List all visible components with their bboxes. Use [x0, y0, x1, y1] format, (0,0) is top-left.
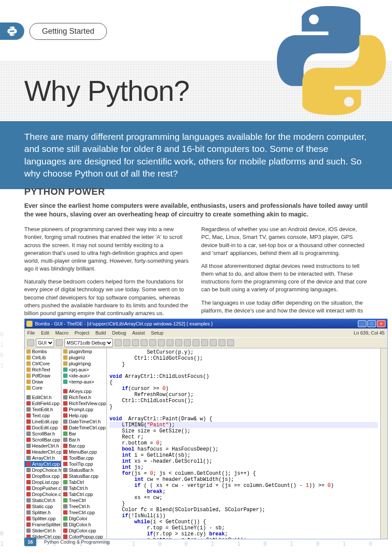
file-item[interactable]: TabCtrl.cpp: [61, 491, 106, 497]
file-item[interactable]: ArrayCtrl.h: [25, 455, 61, 461]
file-item[interactable]: FrameSplitter.cpp: [25, 522, 61, 528]
file-item[interactable]: DlgColor: [61, 515, 106, 522]
file-item[interactable]: Prompt.cpp: [61, 406, 106, 412]
file-item[interactable]: TreeCtrl.h: [61, 503, 106, 509]
file-item[interactable]: Splitter.cpp: [25, 515, 61, 522]
file-item[interactable]: LineEdit.cpp: [25, 419, 61, 425]
file-item[interactable]: EditField.cpp: [25, 400, 61, 406]
file-item[interactable]: Text.cpp: [25, 412, 61, 419]
toolbar-icon[interactable]: [149, 339, 156, 346]
file-item[interactable]: Splitter.h: [25, 509, 61, 515]
file-item[interactable]: TextEdit.h: [25, 406, 61, 412]
file-item[interactable]: AKeys.cpp: [61, 388, 106, 394]
file-item[interactable]: HeaderCtrl.cpp: [25, 449, 61, 455]
menu-debug[interactable]: Debug: [112, 330, 126, 335]
close-button[interactable]: ×: [377, 320, 386, 327]
menu-setup[interactable]: Setup: [151, 330, 164, 335]
toolbar-icon[interactable]: [201, 339, 208, 346]
build-dropdown[interactable]: MSC71cdb Debug: [64, 338, 113, 347]
python-logo-large: [271, 0, 392, 121]
package-panel[interactable]: BombsCtrlLibCtrlCoreRichTextPdfDrawDrawC…: [25, 348, 61, 539]
ide-menubar: FileEditMacroProjectBuildDebugAssistSetu…: [25, 329, 387, 337]
file-item[interactable]: RichText.h: [61, 394, 106, 400]
file-item[interactable]: StatusBar.h: [61, 467, 106, 473]
toolbar-icon[interactable]: [123, 339, 130, 346]
file-item[interactable]: Bar.cpp: [61, 443, 106, 449]
file-item[interactable]: TabCtrl.h: [61, 485, 106, 491]
toolbar-icon[interactable]: [141, 339, 148, 346]
window-title: Bombs - GUI - TheIDE - [d:\uppsrc\CtrlLi…: [35, 321, 213, 326]
toolbar-icon[interactable]: [210, 339, 217, 346]
toolbar-icon[interactable]: [132, 339, 139, 346]
column-left: These pioneers of programming carved the…: [24, 225, 191, 322]
file-item[interactable]: <temp-aux>: [61, 379, 106, 385]
menu-file[interactable]: File: [27, 330, 35, 335]
file-item[interactable]: <ide-aux>: [61, 373, 106, 379]
file-item[interactable]: DropBox.cpp: [25, 473, 61, 479]
file-item[interactable]: CtrlLib: [25, 354, 61, 361]
file-item[interactable]: DateTimeCtrl.cpp: [61, 425, 106, 431]
file-item[interactable]: MenuBar.cpp: [61, 449, 106, 455]
section-label: Getting Started: [29, 23, 107, 40]
menu-project[interactable]: Project: [74, 330, 89, 335]
file-item[interactable]: TabCtrl: [61, 479, 106, 485]
toolbar-icon[interactable]: [184, 339, 191, 346]
file-item[interactable]: TreeCtrl.cpp: [61, 509, 106, 515]
file-item[interactable]: DropChoice.h: [25, 467, 61, 473]
file-item[interactable]: RichText: [25, 367, 61, 373]
toolbar-icon[interactable]: [27, 339, 34, 346]
file-item[interactable]: RichTextView.cpp: [61, 400, 106, 406]
ide-titlebar[interactable]: Bombs - GUI - TheIDE - [d:\uppsrc\CtrlLi…: [25, 319, 387, 329]
toolbar-icon[interactable]: [56, 339, 63, 346]
file-item[interactable]: Core: [25, 385, 61, 391]
maximize-button[interactable]: □: [367, 320, 376, 327]
file-item[interactable]: DlgColor.h: [61, 522, 106, 528]
file-item[interactable]: Static.cpp: [25, 503, 61, 509]
minimize-button[interactable]: _: [358, 320, 366, 327]
file-item[interactable]: TreeCtrl: [61, 497, 106, 503]
file-item[interactable]: DropChoice.cpp: [25, 491, 61, 497]
code-editor[interactable]: SetCursor(p.y); Ctrl::ChildGotFocus(); }…: [107, 348, 380, 539]
file-panel[interactable]: plugin/bmpplugin\zplugin\png<prj-aux><id…: [61, 348, 107, 539]
toolbar-icon[interactable]: [167, 339, 174, 346]
file-item[interactable]: plugin/bmp: [61, 348, 106, 354]
file-item[interactable]: ScrollBar.cpp: [25, 437, 61, 443]
file-item[interactable]: <prj-aux>: [61, 367, 106, 373]
file-item[interactable]: DocEdit.cpp: [25, 425, 61, 431]
menu-assist[interactable]: Assist: [132, 330, 145, 335]
toolbar-icon[interactable]: [115, 339, 122, 346]
menu-edit[interactable]: Edit: [41, 330, 49, 335]
file-item[interactable]: StatusBar.cpp: [61, 473, 106, 479]
file-item[interactable]: DateTimeCtrl.h: [61, 419, 106, 425]
file-item[interactable]: DropPusher.cpp: [25, 485, 61, 491]
toolbar-icon[interactable]: [218, 339, 225, 346]
toolbar-icon[interactable]: [193, 339, 199, 346]
file-item[interactable]: DropList.cpp: [25, 479, 61, 485]
file-item[interactable]: plugin\png: [61, 361, 106, 367]
file-item[interactable]: EditCtrl.h: [25, 394, 61, 400]
file-item[interactable]: PdfDraw: [25, 373, 61, 379]
file-item[interactable]: ArrayCtrl.cpp: [25, 461, 61, 467]
cursor-position: Ln 639, Col 45: [353, 330, 385, 335]
toolbar-icon[interactable]: [158, 339, 165, 346]
file-item[interactable]: ScrollBar.h: [25, 431, 61, 437]
file-item[interactable]: DlgColor.cpp: [61, 528, 106, 534]
file-item[interactable]: plugin\z: [61, 354, 106, 361]
file-item[interactable]: ToolBar.cpp: [61, 455, 106, 461]
toolbar-icon[interactable]: [227, 339, 234, 346]
file-item[interactable]: Help.cpp: [61, 412, 106, 419]
file-item[interactable]: Bombs: [25, 348, 61, 354]
toolbar-icon[interactable]: [175, 339, 182, 346]
file-item[interactable]: CtrlCore: [25, 361, 61, 367]
file-item[interactable]: StaticCtrl.h: [25, 497, 61, 503]
file-item[interactable]: SliderCtrl.h: [25, 528, 61, 534]
file-item[interactable]: Bar.h: [61, 437, 106, 443]
file-item[interactable]: ToolTip.cpp: [61, 461, 106, 467]
file-item[interactable]: Bar: [61, 431, 106, 437]
file-item[interactable]: Draw: [25, 379, 61, 385]
config-dropdown[interactable]: GUI: [36, 338, 54, 347]
menu-build[interactable]: Build: [96, 330, 106, 335]
file-item[interactable]: HeaderCtrl.h: [25, 443, 61, 449]
scrollbar[interactable]: [380, 348, 387, 539]
menu-macro[interactable]: Macro: [55, 330, 69, 335]
